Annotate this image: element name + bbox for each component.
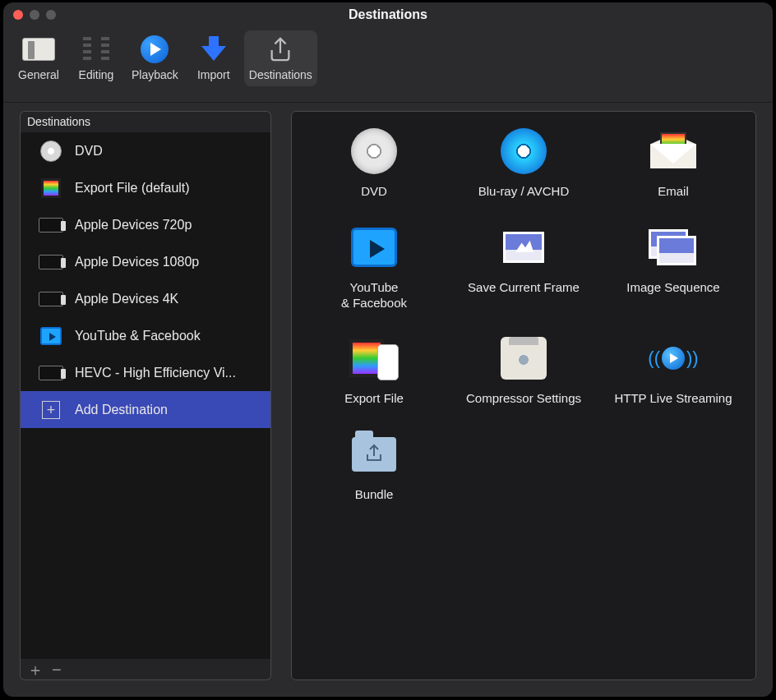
devices-icon <box>39 366 63 380</box>
film-icon <box>41 178 61 198</box>
grid-item-label: DVD <box>361 184 387 200</box>
sidebar-item-label: HEVC - High Efficiency Vi... <box>75 366 236 380</box>
main-content: Destinations DVD Export File (default) A… <box>3 103 773 697</box>
add-button[interactable]: ＋ <box>27 661 44 678</box>
sidebar-item-label: DVD <box>75 144 103 159</box>
minimize-window-button[interactable] <box>30 10 39 20</box>
sidebar-item-youtube-facebook[interactable]: YouTube & Facebook <box>21 317 270 354</box>
sidebar-item-label: Export File (default) <box>75 181 190 196</box>
preferences-toolbar: General Editing Playback Import Destinat… <box>3 27 773 103</box>
remove-button[interactable]: − <box>52 661 62 678</box>
grid-item-compressor[interactable]: Compressor Settings <box>453 334 594 407</box>
sidebar-list: DVD Export File (default) Apple Devices … <box>20 132 271 659</box>
devices-icon <box>39 292 63 306</box>
devices-icon <box>39 255 63 269</box>
tab-editing-label: Editing <box>79 68 114 81</box>
destinations-sidebar: Destinations DVD Export File (default) A… <box>20 111 271 680</box>
grid-item-label: Export File <box>344 391 404 407</box>
sidebar-item-export-file[interactable]: Export File (default) <box>21 169 270 206</box>
sidebar-item-dvd[interactable]: DVD <box>21 132 270 169</box>
devices-icon <box>39 218 63 233</box>
grid-item-bundle[interactable]: Bundle <box>303 430 445 503</box>
window-title: Destinations <box>3 7 773 22</box>
grid-item-bluray[interactable]: Blu-ray / AVCHD <box>453 127 594 200</box>
grid-item-label: YouTube & Facebook <box>341 280 407 311</box>
tab-general[interactable]: General <box>12 30 66 81</box>
grid-item-label: Save Current Frame <box>468 280 580 296</box>
tab-editing[interactable]: Editing <box>69 30 123 81</box>
grid-item-label: Image Sequence <box>626 280 719 296</box>
grid-item-image-sequence[interactable]: Image Sequence <box>603 223 744 311</box>
destinations-grid: DVD Blu-ray / AVCHD Email YouTube & Face… <box>303 127 744 503</box>
tab-playback[interactable]: Playback <box>127 30 183 81</box>
sidebar-header: Destinations <box>20 111 271 132</box>
grid-item-export-file[interactable]: Export File <box>303 334 445 407</box>
tab-playback-label: Playback <box>132 68 178 81</box>
tab-import-label: Import <box>197 68 230 81</box>
close-window-button[interactable] <box>13 10 23 20</box>
sidebar-item-hevc[interactable]: HEVC - High Efficiency Vi... <box>21 354 270 391</box>
grid-item-label: Bundle <box>355 487 394 503</box>
preferences-window: Destinations General Editing Playback Im… <box>3 2 773 697</box>
youtube-icon <box>351 228 397 267</box>
editing-icon <box>81 37 111 62</box>
bluray-icon <box>501 128 547 174</box>
sidebar-item-label: Apple Devices 4K <box>75 292 178 306</box>
tab-import[interactable]: Import <box>187 30 241 81</box>
youtube-icon <box>40 327 62 345</box>
grid-item-label: Email <box>658 184 689 200</box>
tab-destinations-label: Destinations <box>249 68 312 81</box>
sidebar-item-apple-4k[interactable]: Apple Devices 4K <box>21 280 270 317</box>
destinations-panel: DVD Blu-ray / AVCHD Email YouTube & Face… <box>291 111 756 680</box>
sidebar-item-label: Add Destination <box>75 403 168 417</box>
streaming-icon: (()) <box>648 347 698 370</box>
grid-item-label: Compressor Settings <box>466 391 581 407</box>
sidebar-item-apple-1080p[interactable]: Apple Devices 1080p <box>21 243 270 280</box>
zoom-window-button[interactable] <box>46 10 56 20</box>
sidebar-footer: ＋ − <box>20 659 271 680</box>
grid-item-label: Blu-ray / AVCHD <box>478 184 570 200</box>
email-icon <box>650 134 696 168</box>
window-controls <box>13 10 56 20</box>
sidebar-item-label: YouTube & Facebook <box>75 329 201 343</box>
dvd-icon <box>40 140 62 162</box>
sidebar-item-label: Apple Devices 1080p <box>75 255 199 269</box>
sidebar-item-apple-720p[interactable]: Apple Devices 720p <box>21 206 270 243</box>
playback-icon <box>141 35 169 63</box>
dvd-icon <box>351 128 397 174</box>
sidebar-item-label: Apple Devices 720p <box>75 218 192 233</box>
sidebar-item-add-destination[interactable]: + Add Destination <box>21 391 270 428</box>
photo-icon <box>503 232 544 263</box>
titlebar: Destinations <box>3 2 773 27</box>
compressor-icon <box>501 337 547 380</box>
grid-item-youtube-facebook[interactable]: YouTube & Facebook <box>303 223 445 311</box>
import-icon <box>201 36 226 62</box>
image-sequence-icon <box>649 229 698 265</box>
destinations-icon <box>268 36 293 62</box>
export-file-icon <box>349 336 399 380</box>
grid-item-http-live-streaming[interactable]: (()) HTTP Live Streaming <box>603 334 744 407</box>
grid-item-save-frame[interactable]: Save Current Frame <box>453 223 594 311</box>
bundle-folder-icon <box>352 437 396 472</box>
grid-item-label: HTTP Live Streaming <box>614 391 732 407</box>
grid-item-email[interactable]: Email <box>603 127 744 200</box>
general-icon <box>22 38 55 61</box>
grid-item-dvd[interactable]: DVD <box>303 127 445 200</box>
tab-general-label: General <box>18 68 59 81</box>
tab-destinations[interactable]: Destinations <box>244 30 317 86</box>
plus-box-icon: + <box>42 401 60 419</box>
